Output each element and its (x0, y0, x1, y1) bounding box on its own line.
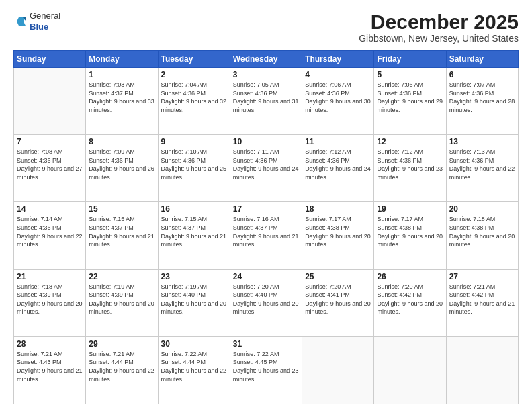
page: General Blue December 2025 Gibbstown, Ne… (0, 0, 532, 411)
day-number: 31 (233, 339, 299, 349)
calendar-week-row: 14 Sunrise: 7:14 AM Sunset: 4:36 PM Dayl… (14, 202, 519, 269)
day-number: 15 (89, 204, 154, 214)
logo-blue: Blue (30, 21, 48, 32)
sunrise-text: Sunrise: 7:13 AM (449, 148, 496, 155)
calendar-cell: 21 Sunrise: 7:18 AM Sunset: 4:39 PM Dayl… (14, 269, 86, 336)
day-number: 25 (305, 272, 371, 281)
sunrise-text: Sunrise: 7:20 AM (233, 283, 279, 290)
sunset-text: Sunset: 4:36 PM (17, 157, 62, 164)
sunset-text: Sunset: 4:44 PM (161, 359, 206, 365)
calendar-cell (446, 336, 518, 404)
sunset-text: Sunset: 4:36 PM (305, 90, 350, 97)
day-number: 4 (305, 70, 371, 79)
sunrise-text: Sunrise: 7:22 AM (161, 351, 208, 357)
calendar-cell: 30 Sunrise: 7:22 AM Sunset: 4:44 PM Dayl… (158, 336, 230, 404)
sunset-text: Sunset: 4:42 PM (449, 291, 494, 298)
sunset-text: Sunset: 4:38 PM (377, 224, 422, 231)
daylight-text: Daylight: 9 hours and 21 minutes. (89, 233, 154, 248)
day-number: 30 (161, 339, 227, 349)
calendar-header-row: Sunday Monday Tuesday Wednesday Thursday… (14, 51, 519, 68)
sunrise-text: Sunrise: 7:15 AM (89, 216, 135, 222)
sunrise-text: Sunrise: 7:17 AM (377, 216, 423, 222)
col-saturday: Saturday (446, 51, 518, 68)
sunrise-text: Sunrise: 7:05 AM (233, 81, 279, 88)
daylight-text: Daylight: 9 hours and 24 minutes. (305, 165, 371, 181)
sunset-text: Sunset: 4:44 PM (89, 359, 134, 365)
calendar-week-row: 7 Sunrise: 7:08 AM Sunset: 4:36 PM Dayli… (14, 135, 519, 202)
day-number: 29 (89, 339, 154, 349)
sunrise-text: Sunrise: 7:04 AM (161, 81, 208, 88)
daylight-text: Daylight: 9 hours and 23 minutes. (377, 165, 443, 181)
day-number: 17 (233, 204, 299, 214)
calendar-cell: 1 Sunrise: 7:03 AM Sunset: 4:37 PM Dayli… (86, 68, 158, 135)
day-number: 18 (305, 204, 371, 214)
sunrise-text: Sunrise: 7:12 AM (305, 148, 351, 155)
logo-icon (13, 15, 27, 28)
calendar-cell: 8 Sunrise: 7:09 AM Sunset: 4:36 PM Dayli… (86, 135, 158, 202)
calendar-cell (302, 336, 374, 404)
sunrise-text: Sunrise: 7:21 AM (449, 283, 496, 290)
day-number: 6 (449, 70, 515, 79)
calendar-cell: 26 Sunrise: 7:20 AM Sunset: 4:42 PM Dayl… (374, 269, 446, 336)
daylight-text: Daylight: 9 hours and 22 minutes. (449, 165, 515, 181)
day-number: 24 (233, 272, 299, 281)
calendar-cell: 24 Sunrise: 7:20 AM Sunset: 4:40 PM Dayl… (230, 269, 302, 336)
sunrise-text: Sunrise: 7:16 AM (233, 216, 279, 222)
daylight-text: Daylight: 9 hours and 20 minutes. (89, 300, 154, 316)
sunset-text: Sunset: 4:36 PM (89, 157, 134, 164)
sunrise-text: Sunrise: 7:03 AM (89, 81, 135, 88)
daylight-text: Daylight: 9 hours and 20 minutes. (17, 300, 83, 316)
calendar-cell: 5 Sunrise: 7:06 AM Sunset: 4:36 PM Dayli… (374, 68, 446, 135)
col-tuesday: Tuesday (158, 51, 230, 68)
logo-general: General (30, 11, 60, 21)
day-number: 1 (89, 70, 154, 79)
sunset-text: Sunset: 4:36 PM (305, 157, 350, 164)
calendar-cell: 25 Sunrise: 7:20 AM Sunset: 4:41 PM Dayl… (302, 269, 374, 336)
daylight-text: Daylight: 9 hours and 28 minutes. (449, 98, 515, 113)
sunset-text: Sunset: 4:36 PM (233, 90, 278, 97)
day-number: 9 (161, 137, 227, 146)
calendar-cell: 18 Sunrise: 7:17 AM Sunset: 4:38 PM Dayl… (302, 202, 374, 269)
sunrise-text: Sunrise: 7:07 AM (449, 81, 496, 88)
calendar-table: Sunday Monday Tuesday Wednesday Thursday… (13, 50, 519, 404)
daylight-text: Daylight: 9 hours and 31 minutes. (233, 98, 299, 113)
calendar-week-row: 1 Sunrise: 7:03 AM Sunset: 4:37 PM Dayli… (14, 68, 519, 135)
sunset-text: Sunset: 4:36 PM (449, 90, 494, 97)
daylight-text: Daylight: 9 hours and 20 minutes. (377, 300, 443, 316)
sunrise-text: Sunrise: 7:11 AM (233, 148, 279, 155)
sunset-text: Sunset: 4:38 PM (305, 224, 350, 231)
day-number: 21 (17, 272, 83, 281)
sunset-text: Sunset: 4:45 PM (233, 359, 278, 365)
calendar-cell: 29 Sunrise: 7:21 AM Sunset: 4:44 PM Dayl… (86, 336, 158, 404)
day-number: 16 (161, 204, 227, 214)
daylight-text: Daylight: 9 hours and 25 minutes. (161, 165, 227, 181)
sunrise-text: Sunrise: 7:19 AM (161, 283, 208, 290)
sunrise-text: Sunrise: 7:17 AM (305, 216, 351, 222)
sunset-text: Sunset: 4:36 PM (17, 224, 62, 231)
day-number: 3 (233, 70, 299, 79)
day-number: 7 (17, 137, 83, 146)
daylight-text: Daylight: 9 hours and 20 minutes. (161, 300, 227, 316)
calendar-cell: 9 Sunrise: 7:10 AM Sunset: 4:36 PM Dayli… (158, 135, 230, 202)
sunset-text: Sunset: 4:37 PM (233, 224, 278, 231)
sunrise-text: Sunrise: 7:18 AM (449, 216, 496, 222)
daylight-text: Daylight: 9 hours and 22 minutes. (89, 367, 154, 383)
calendar-cell: 4 Sunrise: 7:06 AM Sunset: 4:36 PM Dayli… (302, 68, 374, 135)
sunset-text: Sunset: 4:39 PM (89, 291, 134, 298)
sunset-text: Sunset: 4:38 PM (449, 224, 494, 231)
calendar-week-row: 21 Sunrise: 7:18 AM Sunset: 4:39 PM Dayl… (14, 269, 519, 336)
sunrise-text: Sunrise: 7:06 AM (305, 81, 351, 88)
month-title: December 2025 (359, 11, 519, 33)
daylight-text: Daylight: 9 hours and 20 minutes. (233, 300, 299, 316)
daylight-text: Daylight: 9 hours and 21 minutes. (233, 233, 299, 248)
col-thursday: Thursday (302, 51, 374, 68)
title-block: December 2025 Gibbstown, New Jersey, Uni… (359, 11, 519, 44)
day-number: 8 (89, 137, 154, 146)
day-number: 5 (377, 70, 443, 79)
sunrise-text: Sunrise: 7:21 AM (89, 351, 135, 357)
sunrise-text: Sunrise: 7:10 AM (161, 148, 208, 155)
sunset-text: Sunset: 4:37 PM (89, 224, 134, 231)
day-number: 23 (161, 272, 227, 281)
sunrise-text: Sunrise: 7:20 AM (305, 283, 351, 290)
calendar-cell: 14 Sunrise: 7:14 AM Sunset: 4:36 PM Dayl… (14, 202, 86, 269)
